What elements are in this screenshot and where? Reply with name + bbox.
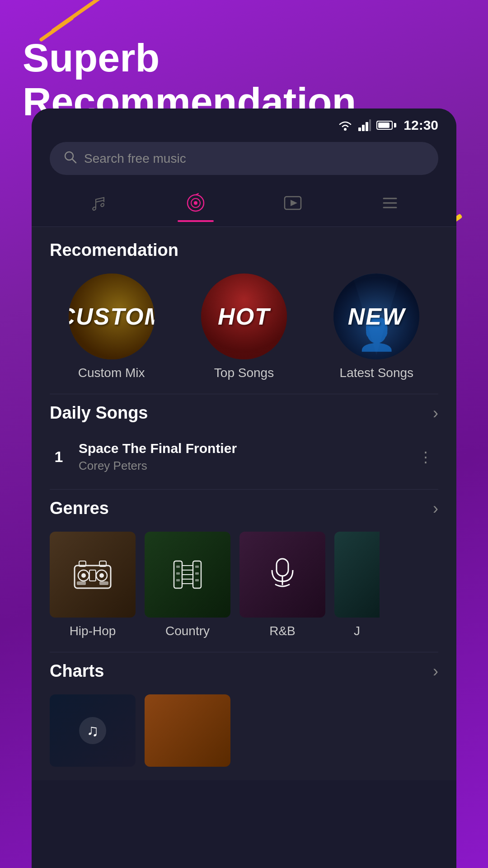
svg-marker-13: [291, 200, 297, 206]
song-title: Space The Final Frontier: [79, 441, 403, 456]
genre-label-hiphop: Hip-Hop: [70, 624, 116, 638]
svg-line-6: [72, 159, 76, 163]
rec-label-custom: CUSTOM: [69, 303, 155, 330]
genres-title: Genres: [50, 499, 109, 518]
svg-point-19: [81, 573, 86, 578]
genre-thumb-country: [145, 532, 230, 618]
rec-sublabel-new: Latest Songs: [340, 366, 413, 380]
svg-rect-4: [369, 119, 371, 131]
nav-music[interactable]: [89, 193, 108, 217]
music-icon: [89, 193, 108, 213]
divider-3: [50, 652, 438, 652]
status-time: 12:30: [404, 118, 438, 133]
status-icons: [338, 119, 396, 132]
search-icon: [63, 150, 77, 167]
recommendation-header: Recomendation: [50, 241, 438, 260]
genre-label-country: Country: [165, 624, 210, 638]
divider-1: [50, 394, 438, 394]
svg-rect-35: [176, 572, 180, 575]
rec-circle-hot[interactable]: HOT: [201, 274, 287, 359]
video-icon: [283, 193, 303, 213]
nav-video[interactable]: [283, 193, 303, 217]
svg-rect-3: [366, 122, 368, 131]
divider-2: [50, 489, 438, 490]
genre-hiphop[interactable]: Hip-Hop: [50, 532, 136, 638]
charts-title: Charts: [50, 661, 104, 681]
recommendation-title: Recomendation: [50, 241, 178, 260]
svg-rect-37: [195, 566, 199, 568]
svg-rect-24: [99, 581, 108, 585]
search-bar[interactable]: Search free music: [50, 142, 438, 175]
accordion-icon: [169, 557, 206, 593]
genre-rnb[interactable]: R&B: [239, 532, 325, 638]
genres-grid: Hip-Hop: [50, 532, 438, 638]
svg-rect-22: [89, 570, 96, 581]
song-info: Space The Final Frontier Corey Peters: [79, 441, 403, 473]
rec-sublabel-custom: Custom Mix: [78, 366, 145, 380]
song-item-1[interactable]: 1 Space The Final Frontier Corey Peters …: [50, 434, 438, 480]
wifi-icon: [338, 119, 353, 132]
content-area: Recomendation CUSTOM Custom Mix HOT Top …: [32, 227, 456, 780]
svg-rect-23: [77, 581, 86, 585]
svg-rect-36: [176, 579, 180, 581]
svg-rect-40: [277, 559, 288, 576]
svg-point-10: [194, 201, 197, 205]
daily-songs-title: Daily Songs: [50, 403, 148, 423]
genre-thumb-rnb: [239, 532, 325, 618]
signal-icon: [358, 119, 371, 131]
charts-chevron[interactable]: ›: [433, 662, 438, 681]
charts-section: Charts › ♫: [50, 661, 438, 767]
genre-j[interactable]: J: [334, 532, 380, 638]
recommendation-circles: CUSTOM Custom Mix HOT Top Songs 👤: [50, 274, 438, 380]
chart-thumb-1[interactable]: ♫: [50, 694, 136, 767]
battery-icon: [376, 121, 396, 130]
rec-label-hot: HOT: [218, 303, 270, 330]
rec-sublabel-hot: Top Songs: [214, 366, 274, 380]
genre-label-rnb: R&B: [269, 624, 296, 638]
status-bar: 12:30: [32, 108, 456, 137]
charts-thumbs: ♫: [50, 694, 438, 767]
song-more-button[interactable]: ⋮: [414, 444, 438, 470]
daily-songs-header: Daily Songs ›: [50, 403, 438, 423]
svg-line-7: [96, 200, 104, 202]
nav-menu[interactable]: [380, 193, 400, 217]
rec-circle-new[interactable]: 👤 NEW: [333, 274, 419, 359]
svg-rect-2: [362, 125, 365, 131]
mic-icon: [267, 557, 298, 593]
svg-rect-34: [176, 566, 180, 568]
svg-point-0: [344, 128, 347, 131]
chart-thumb-2[interactable]: [145, 694, 230, 767]
rec-circle-custom[interactable]: CUSTOM: [69, 274, 155, 359]
bottom-nav: [32, 184, 456, 227]
genre-thumb-j: [334, 532, 380, 618]
genres-chevron[interactable]: ›: [433, 499, 438, 518]
svg-rect-38: [195, 572, 199, 575]
boombox-icon: [72, 557, 113, 593]
svg-point-21: [99, 573, 104, 578]
menu-icon: [380, 193, 400, 213]
rec-item-custom[interactable]: CUSTOM Custom Mix: [50, 274, 173, 380]
genre-label-j: J: [354, 624, 360, 638]
daily-songs-chevron[interactable]: ›: [433, 404, 438, 423]
search-placeholder: Search free music: [84, 151, 186, 166]
radio-icon: [186, 193, 206, 213]
genre-country[interactable]: Country: [145, 532, 230, 638]
rec-label-new: NEW: [348, 303, 405, 330]
genre-thumb-hiphop: [50, 532, 136, 618]
song-artist: Corey Peters: [79, 459, 403, 473]
svg-rect-39: [195, 579, 199, 581]
rec-item-hot[interactable]: HOT Top Songs: [182, 274, 305, 380]
song-rank: 1: [50, 448, 68, 466]
charts-header: Charts ›: [50, 661, 438, 681]
phone-mockup: 12:30 Search free music: [32, 108, 456, 868]
genres-header: Genres ›: [50, 499, 438, 518]
rec-item-new[interactable]: 👤 NEW Latest Songs: [315, 274, 438, 380]
nav-radio[interactable]: [186, 193, 206, 217]
svg-rect-1: [358, 127, 361, 131]
